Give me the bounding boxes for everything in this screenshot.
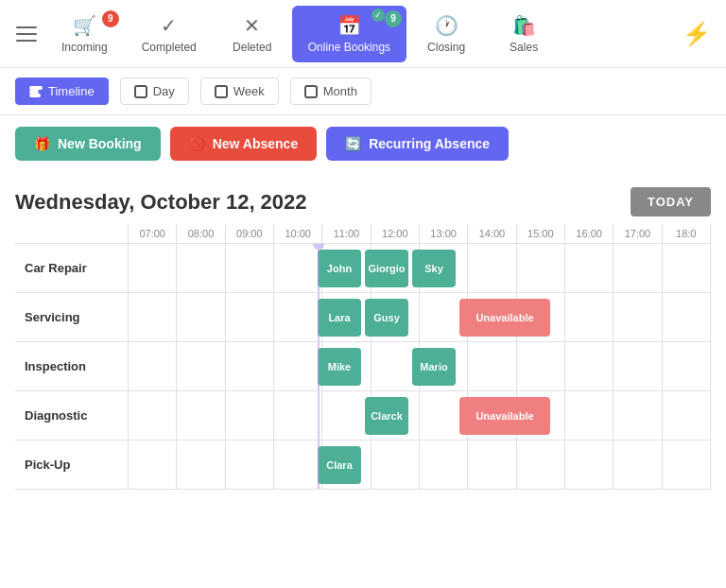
cart-icon: 🛒 bbox=[73, 14, 96, 37]
booking-block-1-2[interactable]: Unavailable bbox=[459, 299, 550, 337]
cal-cell-2-7 bbox=[468, 342, 516, 390]
tab-sales[interactable]: 🛍️ Sales bbox=[486, 6, 562, 62]
time-slot-header-10: 17:00 bbox=[614, 224, 662, 243]
cal-cell-4-0 bbox=[129, 441, 177, 489]
week-view-button[interactable]: Week bbox=[200, 78, 279, 105]
clock-icon: 🕐 bbox=[435, 14, 458, 37]
absence-icon: 🚫 bbox=[189, 136, 205, 151]
tab-closing[interactable]: 🕐 Closing bbox=[408, 6, 484, 62]
new-booking-button[interactable]: 🎁 New Booking bbox=[15, 127, 161, 161]
calendar-row-diagnostic: DiagnosticClarckUnavailable bbox=[15, 391, 711, 441]
tab-sales-label: Sales bbox=[510, 41, 538, 54]
row-cells-2: MikeMario bbox=[129, 342, 711, 390]
cal-cell-1-11 bbox=[663, 293, 711, 341]
tab-online-bookings[interactable]: 9 ✓ 📅 Online Bookings bbox=[292, 6, 406, 62]
cal-cell-4-6 bbox=[420, 441, 468, 489]
cal-cell-4-5 bbox=[372, 441, 420, 489]
row-label-0: Car Repair bbox=[15, 244, 129, 292]
booking-block-3-1[interactable]: Unavailable bbox=[459, 397, 550, 435]
cal-cell-0-8 bbox=[517, 244, 565, 292]
booking-block-2-1[interactable]: Mario bbox=[412, 348, 456, 386]
sales-icon: 🛍️ bbox=[512, 14, 536, 37]
booking-icon: 🎁 bbox=[34, 136, 50, 151]
tab-deleted[interactable]: ✕ Deleted bbox=[215, 6, 290, 62]
cal-cell-1-3 bbox=[274, 293, 322, 341]
time-columns-header: 07:0008:0009:0010:0011:0012:0013:0014:00… bbox=[129, 224, 711, 243]
lightning-button[interactable]: ⚡ bbox=[675, 13, 718, 55]
cal-cell-1-1 bbox=[177, 293, 225, 341]
time-slot-header-2: 09:00 bbox=[226, 224, 274, 243]
timeline-view-button[interactable]: Timeline bbox=[15, 78, 109, 105]
cal-cell-1-0 bbox=[129, 293, 177, 341]
cal-cell-2-11 bbox=[663, 342, 711, 390]
time-slot-header-11: 18:0 bbox=[663, 224, 711, 243]
time-slot-header-4: 11:00 bbox=[322, 224, 371, 243]
cal-cell-2-3 bbox=[274, 342, 322, 390]
cal-cell-0-3 bbox=[274, 244, 322, 292]
booking-block-0-0[interactable]: John bbox=[318, 250, 361, 287]
week-icon bbox=[215, 85, 228, 98]
booking-block-0-2[interactable]: Sky bbox=[412, 250, 456, 287]
row-label-3: Diagnostic bbox=[15, 391, 129, 440]
recurring-absence-button[interactable]: 🔄 Recurring Absence bbox=[326, 127, 509, 161]
cal-cell-1-9 bbox=[565, 293, 614, 341]
day-of-week: Wednesday, bbox=[15, 190, 134, 214]
hamburger-button[interactable] bbox=[8, 15, 45, 53]
tab-incoming-label: Incoming bbox=[61, 41, 108, 54]
cal-cell-4-9 bbox=[565, 441, 614, 489]
time-slot-header-1: 08:00 bbox=[177, 224, 225, 243]
svg-rect-5 bbox=[305, 86, 317, 97]
tab-closing-label: Closing bbox=[427, 41, 465, 54]
tab-incoming[interactable]: 9 🛒 Incoming bbox=[45, 6, 124, 62]
time-slot-header-6: 13:00 bbox=[420, 224, 468, 243]
booking-block-1-1[interactable]: Gusy bbox=[365, 299, 408, 337]
cal-cell-1-2 bbox=[226, 293, 274, 341]
calendar-row-inspection: InspectionMikeMario bbox=[15, 342, 711, 391]
time-slot-header-5: 12:00 bbox=[372, 224, 420, 243]
cal-cell-0-7 bbox=[468, 244, 516, 292]
svg-rect-3 bbox=[135, 86, 147, 97]
day-view-button[interactable]: Day bbox=[120, 78, 189, 105]
cal-cell-2-0 bbox=[129, 342, 177, 390]
day-icon bbox=[134, 85, 147, 98]
month-view-button[interactable]: Month bbox=[290, 78, 372, 105]
cal-cell-1-10 bbox=[614, 293, 662, 341]
cal-cell-3-9 bbox=[565, 391, 614, 440]
calendar-body: Car RepairJohnGiorgioSkyServicingLaraGus… bbox=[15, 244, 711, 490]
row-cells-0: JohnGiorgioSky bbox=[129, 244, 711, 292]
svg-rect-0 bbox=[30, 87, 42, 89]
cal-cell-3-4 bbox=[322, 391, 371, 440]
full-date: October 12, 2022 bbox=[140, 190, 306, 214]
tab-completed[interactable]: ✓ Completed bbox=[126, 6, 213, 62]
cal-cell-2-10 bbox=[614, 342, 662, 390]
booking-block-2-0[interactable]: Mike bbox=[318, 348, 361, 386]
timeline-icon bbox=[29, 85, 43, 98]
cal-cell-3-10 bbox=[614, 391, 662, 440]
svg-rect-1 bbox=[30, 91, 38, 93]
tab-completed-label: Completed bbox=[142, 41, 197, 54]
cal-cell-4-11 bbox=[663, 441, 711, 489]
calendar-row-servicing: ServicingLaraGusyUnavailable bbox=[15, 293, 711, 342]
online-bookings-badge: 9 bbox=[385, 10, 402, 27]
action-buttons: 🎁 New Booking 🚫 New Absence 🔄 Recurring … bbox=[0, 115, 726, 172]
calendar-date: Wednesday, October 12, 2022 bbox=[15, 190, 307, 215]
cal-cell-4-10 bbox=[614, 441, 662, 489]
booking-block-4-0[interactable]: Clara bbox=[318, 446, 361, 484]
cal-cell-2-2 bbox=[226, 342, 274, 390]
calendar-row-pick-up: Pick-UpClara bbox=[15, 441, 711, 490]
time-slot-header-8: 15:00 bbox=[517, 224, 565, 243]
row-cells-4: Clara bbox=[129, 441, 711, 489]
cal-cell-2-9 bbox=[565, 342, 614, 390]
time-header: 07:0008:0009:0010:0011:0012:0013:0014:00… bbox=[15, 224, 711, 244]
today-button[interactable]: TODAY bbox=[631, 187, 711, 216]
booking-block-1-0[interactable]: Lara bbox=[318, 299, 361, 337]
incoming-badge: 9 bbox=[102, 10, 119, 27]
cal-cell-3-1 bbox=[177, 391, 225, 440]
delete-icon: ✕ bbox=[244, 14, 260, 37]
booking-block-0-1[interactable]: Giorgio bbox=[365, 250, 408, 287]
cal-cell-2-8 bbox=[517, 342, 565, 390]
row-label-1: Servicing bbox=[15, 293, 129, 341]
booking-block-3-0[interactable]: Clarck bbox=[365, 397, 408, 435]
new-absence-button[interactable]: 🚫 New Absence bbox=[170, 127, 318, 161]
online-bookings-check-badge: ✓ bbox=[372, 9, 385, 22]
